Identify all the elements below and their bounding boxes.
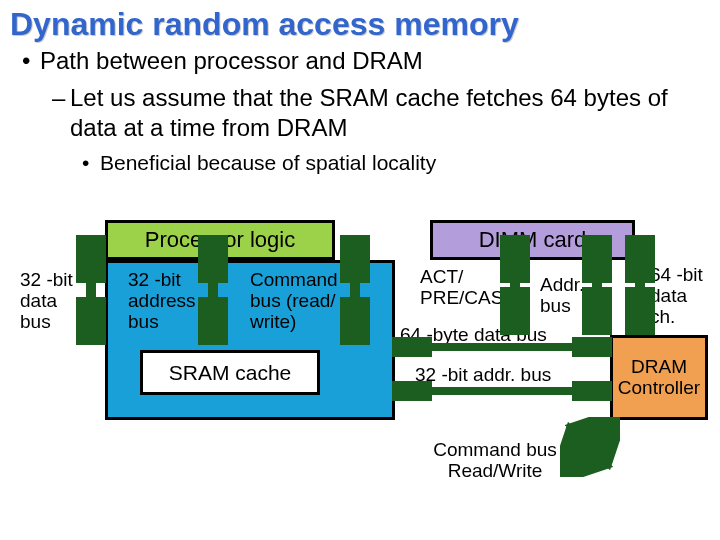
bullet-level-1: Path between processor and DRAM — [0, 47, 720, 75]
arrow-command-bus-rw — [560, 417, 620, 477]
arrow-32bit-data — [76, 235, 106, 345]
label-64bit-data-channel: 64 -bit data ch. — [650, 265, 710, 328]
arrow-32bit-addr-bus-2 — [392, 381, 612, 401]
sram-cache-label: SRAM cache — [140, 350, 320, 395]
label-32bit-data-bus: 32 -bit data bus — [20, 270, 75, 333]
dram-controller-box: DRAM Controller — [610, 335, 708, 420]
bullet-level-3: Beneficial because of spatial locality — [0, 151, 720, 175]
slide-title: Dynamic random access memory — [0, 0, 720, 45]
arrow-act-pre-cas — [500, 235, 530, 335]
arrow-64byte-data-bus — [392, 337, 612, 357]
arrow-64bit-data-ch — [625, 235, 655, 335]
svg-line-8 — [568, 425, 610, 467]
label-act-pre-cas: ACT/ PRE/CAS — [420, 267, 510, 309]
arrow-addr-bus — [582, 235, 612, 335]
arrow-32bit-address — [198, 235, 228, 345]
label-command-bus-rw: Command bus Read/Write — [420, 440, 570, 482]
label-32bit-address-bus: 32 -bit address bus — [128, 270, 203, 333]
label-command-bus: Command bus (read/ write) — [250, 270, 350, 333]
bullet-level-2: Let us assume that the SRAM cache fetche… — [0, 83, 720, 143]
arrow-command-bus-proc — [340, 235, 370, 345]
diagram-area: Processor logic DIMM card SRAM cache DRA… — [0, 205, 720, 535]
